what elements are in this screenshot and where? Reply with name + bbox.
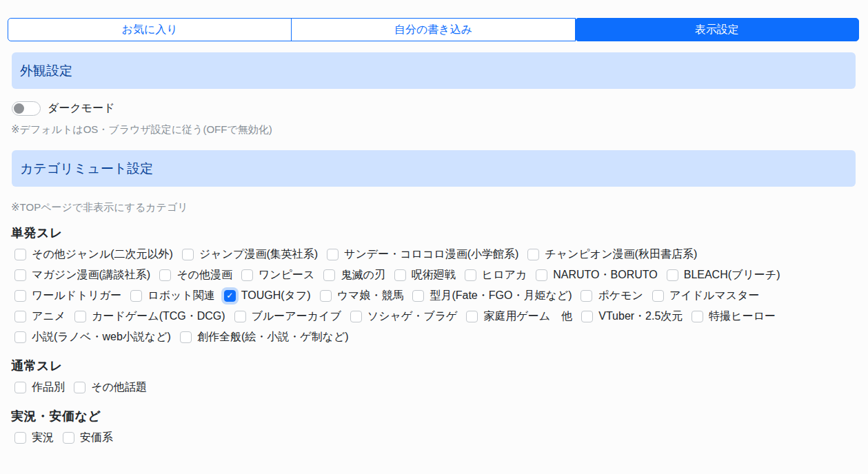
category-checkbox-item[interactable]: 特撮ヒーロー [692,309,776,324]
category-checkbox-item[interactable]: ヒロアカ [465,268,527,282]
category-checkbox-label[interactable]: その他話題 [91,380,147,395]
checkbox-icon[interactable] [234,311,246,322]
category-checkbox-item[interactable]: その他ジャンル(二次元以外) [14,247,173,262]
checkbox-icon[interactable] [14,269,26,281]
checkbox-icon[interactable] [14,311,26,322]
category-checkbox-label[interactable]: その他ジャンル(二次元以外) [32,247,173,262]
checkbox-icon[interactable] [466,311,478,322]
tab-display-settings[interactable]: 表示設定 [575,18,859,41]
checkbox-icon[interactable] [465,269,476,281]
checkbox-icon[interactable] [14,249,26,260]
checkbox-icon[interactable] [74,382,85,393]
category-checkbox-item[interactable]: ポケモン [581,289,643,303]
category-checkbox-item[interactable]: ワンピース [241,268,315,282]
checkbox-icon[interactable] [14,331,26,343]
category-checkbox-label[interactable]: 実況 [32,431,54,445]
dark-mode-label[interactable]: ダークモード [48,101,115,116]
dark-mode-toggle[interactable] [12,101,41,116]
category-checkbox-item[interactable]: アニメ [14,309,65,324]
checkbox-icon[interactable] [180,331,192,343]
tab-my-posts[interactable]: 自分の書き込み [291,18,575,41]
checkbox-icon[interactable] [581,290,592,302]
category-checkbox-item[interactable]: ソシャゲ・ブラゲ [350,309,458,324]
category-checkbox-item[interactable]: 家庭用ゲーム 他 [466,309,572,324]
checkbox-icon[interactable] [652,290,664,302]
checkbox-icon[interactable] [394,269,406,281]
category-checkbox-item[interactable]: 安価系 [63,431,113,445]
category-checkbox-label[interactable]: ウマ娘・競馬 [337,289,404,303]
checkbox-icon[interactable] [182,249,194,260]
category-checkbox-item[interactable]: カードゲーム(TCG・DCG) [74,309,225,324]
checkbox-icon[interactable] [63,432,74,444]
category-checkbox-label[interactable]: 家庭用ゲーム 他 [483,309,572,324]
checkbox-icon[interactable] [14,432,26,444]
category-checkbox-item[interactable]: ジャンプ漫画(集英社系) [182,247,318,262]
category-checkbox-label[interactable]: 創作全般(絵・小説・ゲ制など) [197,330,349,344]
category-checkbox-item[interactable]: ワールドトリガー [14,289,121,303]
category-checkbox-item[interactable]: チャンピオン漫画(秋田書店系) [527,247,697,262]
category-checkbox-label[interactable]: TOUGH(タフ) [241,289,311,303]
checkbox-icon[interactable] [323,269,335,281]
category-checkbox-item[interactable]: 呪術廻戦 [394,268,456,282]
category-checkbox-item[interactable]: TOUGH(タフ) [224,289,311,303]
category-checkbox-item[interactable]: アイドルマスター [652,289,760,303]
category-checkbox-label[interactable]: 安価系 [80,431,113,445]
category-checkbox-label[interactable]: VTuber・2.5次元 [598,309,683,324]
category-checkbox-item[interactable]: その他漫画 [159,268,232,282]
category-checkbox-label[interactable]: サンデー・コロコロ漫画(小学館系) [344,247,518,262]
category-checkbox-label[interactable]: BLEACH(ブリーチ) [684,268,780,282]
checkbox-icon[interactable] [130,290,142,302]
category-checkbox-item[interactable]: BLEACH(ブリーチ) [667,268,780,282]
category-checkbox-label[interactable]: その他漫画 [176,268,232,282]
category-checkbox-item[interactable]: マガジン漫画(講談社系) [14,268,150,282]
category-checkbox-label[interactable]: ジャンプ漫画(集英社系) [199,247,318,262]
checkbox-checked-icon[interactable] [224,290,236,302]
category-checkbox-label[interactable]: カードゲーム(TCG・DCG) [92,309,225,324]
category-checkbox-label[interactable]: ワールドトリガー [32,289,121,303]
checkbox-icon[interactable] [74,311,86,322]
category-checkbox-label[interactable]: NARUTO・BORUTO [553,268,657,282]
checkbox-icon[interactable] [667,269,678,281]
category-checkbox-label[interactable]: ワンピース [259,268,315,282]
category-checkbox-label[interactable]: 型月(Fate・FGO・月姫など) [430,289,572,303]
category-checkbox-item[interactable]: 型月(Fate・FGO・月姫など) [412,289,572,303]
checkbox-icon[interactable] [350,311,362,322]
category-checkbox-label[interactable]: 小説(ラノベ・web小説など) [32,330,171,344]
checkbox-icon[interactable] [536,269,547,281]
category-checkbox-label[interactable]: 呪術廻戦 [412,268,456,282]
checkbox-icon[interactable] [14,382,26,393]
category-checkbox-item[interactable]: サンデー・コロコロ漫画(小学館系) [327,247,518,262]
category-checkbox-label[interactable]: チャンピオン漫画(秋田書店系) [545,247,697,262]
checkbox-icon[interactable] [581,311,593,322]
checkbox-icon[interactable] [320,290,332,302]
checkbox-icon[interactable] [241,269,253,281]
checkbox-icon[interactable] [14,290,26,302]
category-checkbox-item[interactable]: ロボット関連 [130,289,215,303]
category-checkbox-item[interactable]: ウマ娘・競馬 [320,289,404,303]
category-checkbox-label[interactable]: ポケモン [598,289,643,303]
tab-favorites[interactable]: お気に入り [8,18,292,41]
category-checkbox-item[interactable]: 鬼滅の刃 [323,268,385,282]
category-checkbox-item[interactable]: 創作全般(絵・小説・ゲ制など) [180,330,349,344]
category-checkbox-item[interactable]: 作品別 [14,380,65,395]
category-checkbox-label[interactable]: アニメ [32,309,65,324]
checkbox-icon[interactable] [527,249,539,260]
category-checkbox-item[interactable]: 実況 [14,431,54,445]
category-checkbox-item[interactable]: 小説(ラノベ・web小説など) [14,330,171,344]
category-checkbox-label[interactable]: ソシャゲ・ブラゲ [367,309,458,324]
category-checkbox-label[interactable]: 作品別 [32,380,65,395]
checkbox-icon[interactable] [692,311,703,322]
checkbox-icon[interactable] [412,290,424,302]
category-checkbox-item[interactable]: その他話題 [74,380,147,395]
category-checkbox-item[interactable]: ブルーアーカイブ [234,309,341,324]
category-checkbox-label[interactable]: 鬼滅の刃 [341,268,385,282]
checkbox-icon[interactable] [159,269,171,281]
category-checkbox-label[interactable]: アイドルマスター [669,289,760,303]
category-checkbox-label[interactable]: 特撮ヒーロー [709,309,776,324]
checkbox-icon[interactable] [327,249,339,260]
category-checkbox-label[interactable]: ヒロアカ [482,268,527,282]
category-checkbox-item[interactable]: VTuber・2.5次元 [581,309,683,324]
category-checkbox-label[interactable]: ブルーアーカイブ [252,309,341,324]
category-checkbox-label[interactable]: マガジン漫画(講談社系) [32,268,150,282]
category-checkbox-item[interactable]: NARUTO・BORUTO [536,268,657,282]
